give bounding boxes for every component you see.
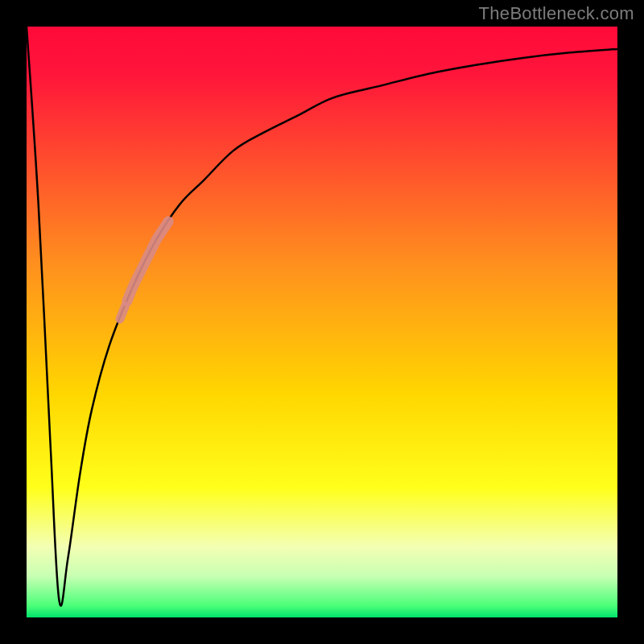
chart-frame: TheBottleneck.com bbox=[0, 0, 644, 644]
highlight-dot bbox=[120, 306, 126, 320]
curve-path bbox=[27, 27, 617, 605]
curve-svg bbox=[27, 27, 617, 617]
bottleneck-curve bbox=[27, 27, 617, 605]
plot-area bbox=[27, 27, 617, 617]
watermark-text: TheBottleneck.com bbox=[479, 3, 634, 24]
highlight-path bbox=[127, 221, 168, 301]
highlight-segment bbox=[120, 221, 168, 319]
